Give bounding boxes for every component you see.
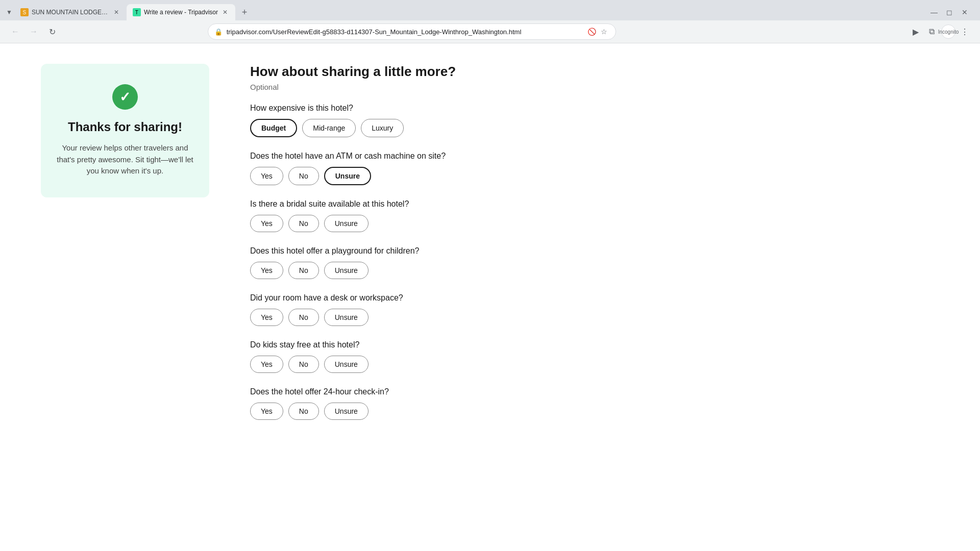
tab-close-sun-mountain[interactable]: ✕ (112, 8, 120, 16)
options-row-6: YesNoUnsure (250, 356, 607, 373)
tab-sun-mountain[interactable]: S SUN MOUNTAIN LODGE $146 ( ✕ (14, 4, 127, 20)
option-btn-q1-mid-range[interactable]: Mid-range (302, 119, 356, 137)
profile-button[interactable]: Incognito (941, 24, 955, 39)
option-btn-q4-unsure[interactable]: Unsure (324, 262, 369, 279)
option-btn-q6-no[interactable]: No (288, 356, 319, 373)
optional-label: Optional (250, 83, 607, 91)
tab-title-sun-mountain: SUN MOUNTAIN LODGE $146 ( (32, 9, 109, 16)
question-block-1: How expensive is this hotel?BudgetMid-ra… (250, 104, 607, 137)
main-content: How about sharing a little more? Optiona… (250, 64, 607, 531)
question-block-4: Does this hotel offer a playground for c… (250, 246, 607, 279)
option-btn-q5-unsure[interactable]: Unsure (324, 309, 369, 326)
options-row-4: YesNoUnsure (250, 262, 607, 279)
option-btn-q7-yes[interactable]: Yes (250, 403, 283, 420)
question-text-2: Does the hotel have an ATM or cash machi… (250, 152, 607, 161)
options-row-7: YesNoUnsure (250, 403, 607, 420)
tab-bar: ▼ S SUN MOUNTAIN LODGE $146 ( ✕ T Write … (0, 0, 980, 20)
option-btn-q1-budget[interactable]: Budget (250, 119, 297, 137)
new-tab-button[interactable]: + (237, 5, 252, 19)
option-btn-q4-no[interactable]: No (288, 262, 319, 279)
option-btn-q2-no[interactable]: No (288, 167, 319, 185)
checkmark-icon: ✓ (119, 89, 131, 105)
bookmark-star-icon[interactable]: ☆ (599, 27, 609, 37)
option-btn-q3-unsure[interactable]: Unsure (324, 215, 369, 232)
check-circle: ✓ (112, 84, 138, 110)
options-row-1: BudgetMid-rangeLuxury (250, 119, 607, 137)
question-text-5: Did your room have a desk or workspace? (250, 293, 607, 303)
thanks-title: Thanks for sharing! (68, 120, 182, 134)
option-btn-q7-unsure[interactable]: Unsure (324, 403, 369, 420)
thanks-body: Your review helps other travelers and th… (56, 142, 194, 177)
question-text-7: Does the hotel offer 24-hour check-in? (250, 387, 607, 396)
minimize-button[interactable]: — (927, 5, 941, 19)
section-title: How about sharing a little more? (250, 64, 607, 80)
options-row-2: YesNoUnsure (250, 167, 607, 185)
option-btn-q5-no[interactable]: No (288, 309, 319, 326)
option-btn-q6-unsure[interactable]: Unsure (324, 356, 369, 373)
option-btn-q3-yes[interactable]: Yes (250, 215, 283, 232)
window-controls: — ◻ ✕ (927, 5, 976, 19)
option-btn-q2-unsure[interactable]: Unsure (324, 167, 371, 185)
back-button[interactable]: ← (8, 24, 22, 39)
question-text-6: Do kids stay free at this hotel? (250, 340, 607, 349)
page-content: ✓ Thanks for sharing! Your review helps … (0, 43, 980, 551)
question-text-3: Is there a bridal suite available at thi… (250, 199, 607, 209)
bookmark-icon[interactable]: ⧉ (925, 24, 939, 39)
tab-close-tripadvisor[interactable]: ✕ (221, 8, 229, 16)
options-row-5: YesNoUnsure (250, 309, 607, 326)
thanks-card: ✓ Thanks for sharing! Your review helps … (41, 64, 209, 197)
question-text-4: Does this hotel offer a playground for c… (250, 246, 607, 256)
questions-container: How expensive is this hotel?BudgetMid-ra… (250, 104, 607, 420)
incognito-label: Incognito (938, 29, 959, 35)
question-block-2: Does the hotel have an ATM or cash machi… (250, 152, 607, 185)
forward-button[interactable]: → (27, 24, 41, 39)
refresh-button[interactable]: ↻ (45, 24, 59, 39)
tab-list-dropdown[interactable]: ▼ (4, 7, 14, 18)
tab-favicon-sun-mountain: S (20, 8, 29, 16)
close-button[interactable]: ✕ (958, 5, 972, 19)
toolbar-icons: ▶ ⧉ Incognito ⋮ (909, 24, 972, 39)
url-action-icons: 🚫 ☆ (587, 27, 609, 37)
option-btn-q7-no[interactable]: No (288, 403, 319, 420)
option-btn-q3-no[interactable]: No (288, 215, 319, 232)
question-block-7: Does the hotel offer 24-hour check-in?Ye… (250, 387, 607, 420)
tab-tripadvisor[interactable]: T Write a review - Tripadvisor ✕ (127, 4, 235, 20)
url-text: tripadvisor.com/UserReviewEdit-g58833-d1… (227, 28, 583, 36)
tab-favicon-tripadvisor: T (133, 8, 141, 16)
shield-icon[interactable]: 🚫 (587, 27, 597, 37)
option-btn-q1-luxury[interactable]: Luxury (361, 119, 404, 137)
option-btn-q4-yes[interactable]: Yes (250, 262, 283, 279)
option-btn-q6-yes[interactable]: Yes (250, 356, 283, 373)
lock-icon: 🔒 (214, 28, 223, 36)
question-text-1: How expensive is this hotel? (250, 104, 607, 113)
tab-title-tripadvisor: Write a review - Tripadvisor (144, 9, 218, 16)
browser-chrome: ▼ S SUN MOUNTAIN LODGE $146 ( ✕ T Write … (0, 0, 980, 43)
option-btn-q2-yes[interactable]: Yes (250, 167, 283, 185)
cast-icon[interactable]: ▶ (909, 24, 923, 39)
options-row-3: YesNoUnsure (250, 215, 607, 232)
menu-icon[interactable]: ⋮ (958, 24, 972, 39)
question-block-5: Did your room have a desk or workspace?Y… (250, 293, 607, 326)
question-block-3: Is there a bridal suite available at thi… (250, 199, 607, 232)
address-bar: ← → ↻ 🔒 tripadvisor.com/UserReviewEdit-g… (0, 20, 980, 43)
restore-button[interactable]: ◻ (942, 5, 957, 19)
option-btn-q5-yes[interactable]: Yes (250, 309, 283, 326)
question-block-6: Do kids stay free at this hotel?YesNoUns… (250, 340, 607, 373)
url-bar[interactable]: 🔒 tripadvisor.com/UserReviewEdit-g58833-… (208, 23, 616, 40)
